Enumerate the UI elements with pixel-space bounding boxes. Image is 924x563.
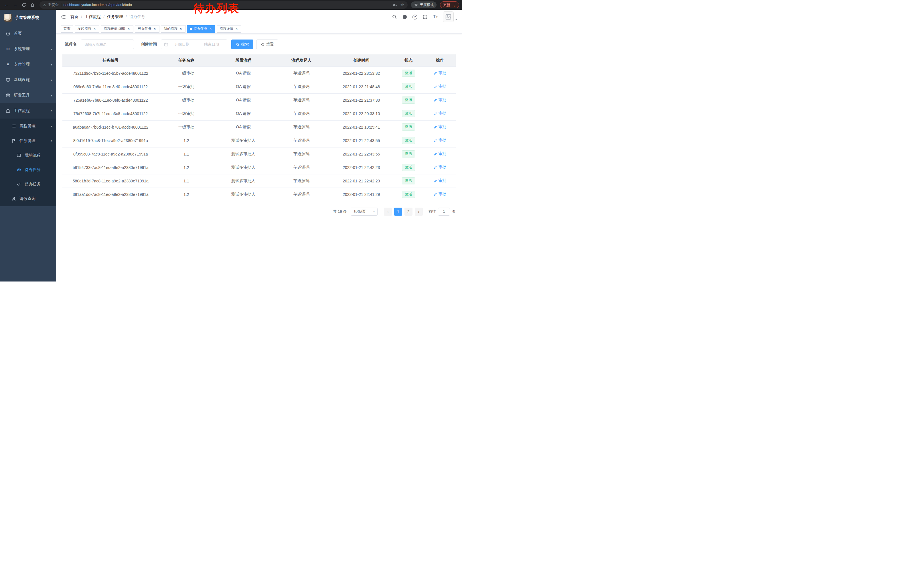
- sidebar-item-leave-query[interactable]: 请假查询: [0, 191, 56, 206]
- app-logo[interactable]: 芋道管理系统: [0, 10, 56, 26]
- key-icon[interactable]: [393, 3, 397, 7]
- approve-link-label: 审批: [438, 84, 447, 89]
- approve-link[interactable]: 审批: [434, 111, 447, 116]
- close-icon[interactable]: [179, 27, 183, 31]
- chevron-down-icon: [51, 48, 52, 51]
- avatar[interactable]: [443, 12, 454, 23]
- breadcrumb-item[interactable]: 工作流程: [85, 14, 101, 20]
- approve-link[interactable]: 审批: [434, 165, 447, 170]
- font-size-icon[interactable]: [433, 14, 438, 20]
- search-icon[interactable]: [392, 14, 397, 20]
- todo-task-table: 任务编号 任务名称 所属流程 流程发起人 创建时间 状态 操作 73211d9d…: [62, 54, 456, 201]
- fullscreen-icon[interactable]: [423, 14, 428, 20]
- sidebar-item-label: 研发工具: [14, 93, 30, 98]
- bookmark-star-icon[interactable]: ☆: [400, 2, 404, 8]
- date-range-picker[interactable]: 开始日期 - 结束日期: [161, 39, 227, 49]
- sidebar-item-task-mgmt[interactable]: 任务管理: [0, 134, 56, 148]
- status-badge: 激活: [402, 191, 415, 198]
- close-icon[interactable]: [153, 27, 157, 31]
- image-placeholder-icon: [446, 14, 451, 20]
- cell-starter: 芋道源码: [273, 174, 330, 188]
- user-avatar-menu[interactable]: [443, 12, 458, 23]
- reload-button[interactable]: [20, 1, 27, 9]
- sidebar-toggle-button[interactable]: [61, 14, 66, 20]
- reset-button[interactable]: 重置: [256, 39, 278, 49]
- page-button-1[interactable]: 1: [394, 208, 402, 216]
- browser-menu-icon[interactable]: ⋮: [452, 3, 456, 7]
- close-icon[interactable]: [235, 27, 238, 31]
- home-button[interactable]: [28, 1, 36, 9]
- edit-icon: [434, 152, 437, 156]
- sidebar-item-home[interactable]: 首页: [0, 26, 56, 41]
- page-button-2[interactable]: 2: [405, 208, 412, 216]
- sidebar-item-my-process[interactable]: 我的流程: [0, 148, 56, 163]
- tab-label: 待办任务: [194, 26, 207, 31]
- sidebar-item-workflow[interactable]: 工作流程: [0, 103, 56, 119]
- approve-link[interactable]: 审批: [434, 98, 447, 102]
- cell-process: 测试多审批人: [214, 161, 273, 174]
- github-icon[interactable]: [402, 14, 407, 20]
- forward-button[interactable]: →: [12, 1, 19, 9]
- cell-create-time: 2022-01-22 23:53:32: [330, 66, 393, 80]
- approve-link[interactable]: 审批: [434, 124, 447, 129]
- page-size-select[interactable]: 10条/页: [351, 208, 378, 216]
- close-icon[interactable]: [208, 27, 212, 31]
- cell-task-id: 069c6a63-7b8a-11ec-8ef0-acde48001122: [62, 80, 159, 93]
- update-button[interactable]: 更新 ⋮: [440, 2, 459, 8]
- tab-process-form-edit[interactable]: 流程表单-编辑: [101, 25, 134, 33]
- approve-link[interactable]: 审批: [434, 71, 447, 76]
- breadcrumb-item-current: 待办任务: [129, 14, 146, 20]
- close-icon[interactable]: [127, 27, 130, 31]
- sidebar-item-system[interactable]: ⚙ 系统管理: [0, 41, 56, 57]
- cell-action: 审批: [424, 161, 456, 174]
- cell-action: 审批: [424, 93, 456, 107]
- help-icon[interactable]: [412, 15, 417, 20]
- col-process: 所属流程: [214, 54, 273, 66]
- security-indicator[interactable]: ⚠ 不安全: [43, 3, 58, 8]
- approve-link[interactable]: 审批: [434, 192, 447, 197]
- tab-home[interactable]: 首页: [61, 25, 73, 33]
- tab-todo-tasks[interactable]: 待办任务: [187, 25, 215, 33]
- goto-page-input[interactable]: [438, 208, 450, 216]
- breadcrumb-item[interactable]: 任务管理: [107, 14, 123, 20]
- cell-create-time: 2022-01-21 22:43:55: [330, 147, 393, 161]
- back-button[interactable]: ←: [3, 1, 10, 9]
- cell-action: 审批: [424, 80, 456, 93]
- approve-link[interactable]: 审批: [434, 178, 447, 183]
- table-row: 75d72608-7b7f-11ec-a3c8-acde48001122 一级审…: [62, 107, 456, 120]
- table-row: 73211d9d-7b9b-11ec-b5b7-acde48001122 一级审…: [62, 66, 456, 80]
- url-text[interactable]: dashboard.yudao.iocoder.cn/bpm/task/todo: [63, 3, 132, 7]
- next-page-button[interactable]: ›: [415, 208, 423, 216]
- sidebar-item-infrastructure[interactable]: 基础设施: [0, 72, 56, 88]
- table-row: 381aa1dd-7ac8-11ec-a9e2-a2380e71991a 1.2…: [62, 188, 456, 201]
- end-date-placeholder: 结束日期: [199, 42, 224, 47]
- tab-my-process[interactable]: 我的流程: [161, 25, 186, 33]
- tab-process-detail[interactable]: 流程详情: [217, 25, 241, 33]
- close-icon[interactable]: [93, 27, 96, 31]
- sidebar-item-done-task[interactable]: 已办任务: [0, 177, 56, 191]
- approve-link[interactable]: 审批: [434, 84, 447, 89]
- search-button[interactable]: 搜索: [231, 39, 254, 49]
- process-name-input[interactable]: [81, 39, 134, 49]
- cell-starter: 芋道源码: [273, 120, 330, 134]
- sidebar-item-todo-task[interactable]: 待办任务: [0, 163, 56, 177]
- approve-link[interactable]: 审批: [434, 138, 447, 143]
- pagination: 共 16 条 10条/页 ‹ 1 2 › 前往 页: [62, 208, 456, 216]
- tab-initiate-process[interactable]: 发起流程: [75, 25, 99, 33]
- sidebar-item-process-mgmt[interactable]: 流程管理: [0, 119, 56, 134]
- sidebar-item-devtools[interactable]: 研发工具: [0, 88, 56, 103]
- search-icon: [236, 43, 240, 47]
- approve-link[interactable]: 审批: [434, 151, 447, 156]
- cell-process: 测试多审批人: [214, 174, 273, 188]
- sidebar-item-payment[interactable]: ¥ 支付管理: [0, 57, 56, 72]
- cell-process: OA 请假: [214, 93, 273, 107]
- cell-task-id: 8f059c03-7ac8-11ec-a9e2-a2380e71991a: [62, 147, 159, 161]
- breadcrumb-item[interactable]: 首页: [70, 14, 78, 20]
- approve-link-label: 审批: [438, 192, 447, 197]
- col-task-name: 任务名称: [159, 54, 214, 66]
- cell-action: 审批: [424, 174, 456, 188]
- tab-done-tasks[interactable]: 已办任务: [135, 25, 159, 33]
- prev-page-button[interactable]: ‹: [384, 208, 392, 216]
- edit-icon: [434, 192, 437, 196]
- address-bar[interactable]: ⚠ 不安全 dashboard.yudao.iocoder.cn/bpm/tas…: [39, 1, 408, 9]
